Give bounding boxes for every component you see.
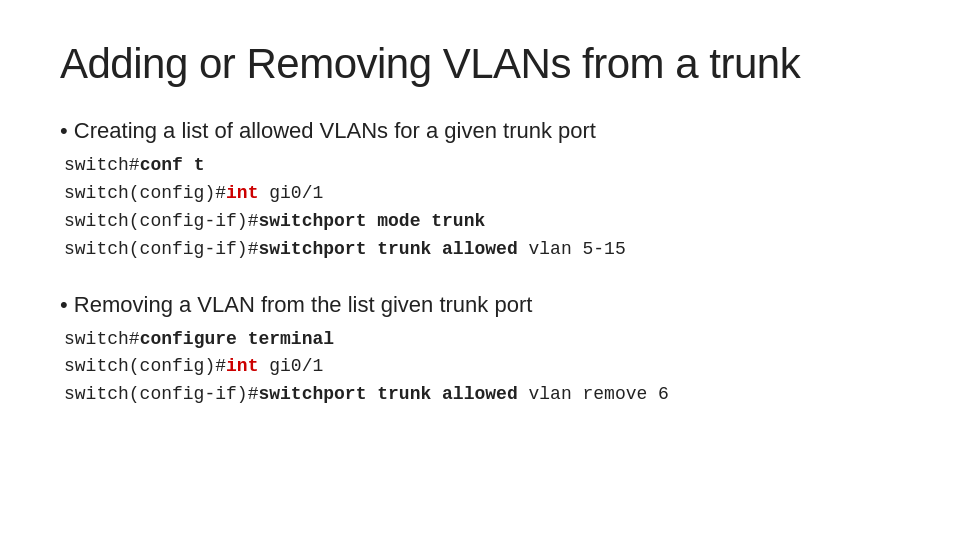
code-line-1: switch#conf t [64, 152, 900, 180]
code2-line-3-part2: switchport trunk allowed [258, 384, 517, 404]
section2-code-block: switch#configure terminal switch(config)… [64, 326, 900, 410]
code-line-2-part2: int [226, 183, 258, 203]
code2-line-2-part3: gi0/1 [258, 356, 323, 376]
code2-line-1-part2: configure terminal [140, 329, 334, 349]
code-line-4-part3: vlan 5-15 [518, 239, 626, 259]
code-line-2-part3: gi0/1 [258, 183, 323, 203]
section2-bullet-item: Removing a VLAN from the list given trun… [60, 292, 900, 410]
code-line-2: switch(config)#int gi0/1 [64, 180, 900, 208]
code2-line-3-part3: vlan remove 6 [518, 384, 669, 404]
code-line-4-part1: switch(config-if)# [64, 239, 258, 259]
code2-line-2: switch(config)#int gi0/1 [64, 353, 900, 381]
section1-bullet-text: Creating a list of allowed VLANs for a g… [60, 118, 900, 144]
code2-line-3-part1: switch(config-if)# [64, 384, 258, 404]
code-line-3-part1: switch(config-if)# [64, 211, 258, 231]
code2-line-3: switch(config-if)#switchport trunk allow… [64, 381, 900, 409]
code-line-1-part1: switch# [64, 155, 140, 175]
code-line-2-part1: switch(config)# [64, 183, 226, 203]
section1-bullet-item: Creating a list of allowed VLANs for a g… [60, 118, 900, 264]
code2-line-1: switch#configure terminal [64, 326, 900, 354]
code2-line-2-part1: switch(config)# [64, 356, 226, 376]
section1-code-block: switch#conf t switch(config)#int gi0/1 s… [64, 152, 900, 264]
code2-line-1-part1: switch# [64, 329, 140, 349]
code-line-4-part2: switchport trunk allowed [258, 239, 517, 259]
code-line-3-part2: switchport mode trunk [258, 211, 485, 231]
code-line-4: switch(config-if)#switchport trunk allow… [64, 236, 900, 264]
code2-line-2-part2: int [226, 356, 258, 376]
slide-title: Adding or Removing VLANs from a trunk [60, 40, 900, 88]
section2-bullet-text: Removing a VLAN from the list given trun… [60, 292, 900, 318]
content-area: Creating a list of allowed VLANs for a g… [60, 118, 900, 409]
code-line-3: switch(config-if)#switchport mode trunk [64, 208, 900, 236]
code-line-1-part2: conf t [140, 155, 205, 175]
